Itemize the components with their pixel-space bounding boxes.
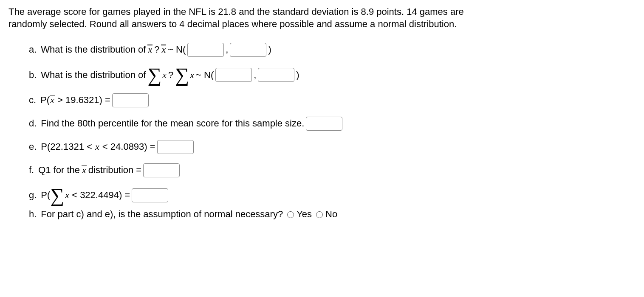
sigma-x-symbol: ∑x (147, 66, 167, 84)
question-g: g. P(∑x < 322.4494) = (29, 187, 636, 205)
question-d: d. Find the 80th percentile for the mean… (29, 117, 636, 131)
question-h: h. For part c) and e), is the assumption… (29, 208, 636, 221)
xbar-symbol: x (147, 44, 153, 56)
label-a: a. (29, 44, 37, 56)
input-b-mu[interactable] (215, 68, 252, 82)
label-b: b. (29, 69, 37, 81)
label-f: f. (29, 164, 34, 177)
xbar-symbol: x (82, 164, 87, 177)
label-g: g. (29, 189, 37, 202)
text-a-comma: , (226, 44, 228, 56)
label-h: h. (29, 208, 37, 221)
text-b-dist: ~ N( (196, 69, 214, 81)
question-e: e. P(22.1321 < x < 24.0893) = (29, 140, 636, 154)
text-a-dist: ~ N( (168, 44, 186, 56)
question-a: a. What is the distribution of x ? x ~ N… (29, 43, 636, 57)
text-a-pre: What is the distribution of (41, 44, 146, 56)
text-b-q: ? (168, 69, 173, 81)
text-e-post: < 24.0893) = (100, 141, 155, 152)
label-no: No (325, 208, 337, 221)
question-f: f. Q1 for the x distribution = (29, 163, 636, 177)
text-b-pre: What is the distribution of (41, 69, 146, 81)
text-b-close: ) (296, 69, 299, 81)
question-list: a. What is the distribution of x ? x ~ N… (8, 43, 636, 221)
xbar-symbol: x (161, 44, 166, 56)
xbar-symbol: x (95, 141, 100, 153)
sigma-x-symbol: ∑x (175, 66, 194, 84)
sigma-x-symbol: ∑x (50, 187, 69, 205)
text-c-pre: P( (40, 95, 50, 105)
question-b: b. What is the distribution of ∑x ? ∑x ~… (29, 66, 636, 84)
text-g-pre: P( (41, 189, 50, 200)
input-d[interactable] (306, 117, 342, 131)
radio-no[interactable] (316, 211, 323, 218)
label-d: d. (29, 118, 37, 130)
text-f-post: distribution = (88, 164, 141, 177)
text-f-pre: Q1 for the (38, 164, 80, 177)
input-g[interactable] (132, 188, 168, 202)
input-e[interactable] (157, 140, 194, 154)
input-f[interactable] (143, 163, 180, 177)
text-h: For part c) and e), is the assumption of… (41, 208, 283, 221)
text-e-pre: P(22.1321 < (41, 141, 95, 152)
xbar-symbol: x (50, 94, 55, 106)
text-a-q: ? (154, 44, 159, 56)
radio-yes[interactable] (287, 211, 294, 218)
label-e: e. (29, 141, 37, 153)
question-c: c. P(x > 19.6321) = (29, 93, 636, 107)
input-b-sigma[interactable] (258, 68, 294, 82)
text-a-close: ) (268, 44, 271, 56)
label-yes: Yes (297, 208, 312, 221)
input-a-mu[interactable] (187, 43, 224, 57)
text-c-op: > 19.6321) = (55, 95, 110, 105)
text-b-comma: , (254, 69, 256, 81)
input-a-sigma[interactable] (230, 43, 266, 57)
label-c: c. (29, 94, 36, 106)
text-d: Find the 80th percentile for the mean sc… (41, 118, 304, 130)
input-c[interactable] (112, 93, 149, 107)
problem-intro: The average score for games played in th… (8, 6, 476, 30)
text-g-post: < 322.4494) = (69, 189, 130, 200)
